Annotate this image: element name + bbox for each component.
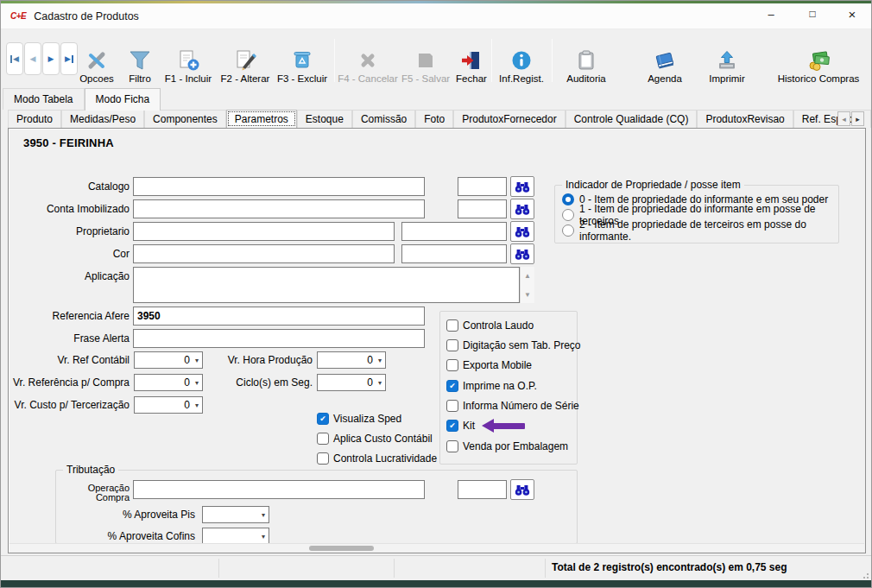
ciclos-em-seg-combo[interactable]: 0 ▾ — [317, 374, 386, 391]
inf-regist-button[interactable]: Inf.Regist. — [495, 37, 548, 84]
operacao-compra-input[interactable] — [133, 480, 425, 499]
radio-icon[interactable] — [562, 209, 574, 221]
auditoria-button[interactable]: Auditoria — [560, 37, 612, 84]
close-icon[interactable]: × — [838, 1, 866, 27]
proprietario-search-button[interactable] — [510, 221, 534, 242]
checkbox-controla-lucratividade[interactable]: Controla Lucratividade — [317, 452, 437, 465]
f1-incluir-button[interactable]: F1 - Incluir — [161, 37, 215, 84]
f2-alterar-button[interactable]: F2 - Alterar — [218, 37, 272, 84]
tab-comissao[interactable]: Comissão — [352, 110, 415, 128]
checkbox-icon[interactable] — [446, 319, 458, 332]
scroll-down-icon[interactable]: ▼ — [521, 286, 534, 303]
toolbar-separator — [552, 39, 553, 82]
operacao-compra-search-button[interactable] — [510, 479, 534, 500]
save-icon — [414, 48, 438, 73]
conta-imobilizado-search-button[interactable] — [510, 199, 534, 219]
tab-controle-qualidade[interactable]: Controle Qualidade (CQ) — [566, 110, 698, 128]
radio-icon[interactable] — [562, 224, 574, 237]
nav-previous-button[interactable]: ◀ — [24, 42, 41, 75]
aplicacao-scrollbar[interactable]: ▲ ▼ — [520, 267, 534, 303]
checkbox-checked-icon[interactable]: ✔ — [446, 380, 458, 392]
cor-code-input[interactable] — [401, 244, 507, 263]
checkbox-icon[interactable] — [446, 440, 458, 452]
vr-hora-producao-combo[interactable]: 0 ▾ — [317, 351, 386, 369]
filtro-button[interactable]: Filtro — [120, 37, 160, 84]
tab-produtoxfornecedor[interactable]: ProdutoxFornecedor — [453, 110, 565, 128]
checkbox-aplica-custo-contabil[interactable]: Aplica Custo Contábil — [317, 432, 433, 446]
tab-produtoxrevisao[interactable]: ProdutoxRevisao — [697, 110, 793, 128]
referencia-afere-input[interactable] — [133, 307, 425, 326]
agenda-button[interactable]: Agenda — [640, 37, 690, 84]
tab-parametros[interactable]: Parametros — [226, 110, 297, 128]
f3-excluir-button[interactable]: F3 - Excluir — [275, 37, 329, 84]
checkbox-informa-numero-serie[interactable]: Informa Número de Série — [446, 399, 579, 413]
proprietario-label: Proprietario — [9, 222, 130, 241]
document-edit-icon — [233, 48, 257, 73]
historico-compras-button[interactable]: Historico Compras — [768, 37, 869, 84]
proprietario-input[interactable] — [133, 222, 395, 241]
checkbox-icon[interactable] — [317, 433, 329, 445]
property-groupbox: Indicador de Propriedade / posse item 0 … — [554, 185, 839, 243]
operacao-compra-label: Operação Compra — [9, 484, 130, 503]
checkbox-icon[interactable] — [446, 400, 458, 412]
proprietario-code-input[interactable] — [401, 222, 507, 241]
maximize-icon[interactable]: □ — [799, 1, 826, 27]
conta-imobilizado-input[interactable] — [133, 199, 425, 218]
scroll-up-icon[interactable]: ▲ — [521, 267, 534, 284]
tab-scroll-left-icon[interactable]: ◂ — [837, 111, 850, 126]
tab-modo-ficha[interactable]: Modo Ficha — [85, 88, 161, 111]
operacao-compra-code-input[interactable] — [458, 480, 507, 499]
cor-search-button[interactable] — [510, 243, 534, 264]
tab-medidas-peso[interactable]: Medidas/Peso — [61, 110, 144, 128]
radio-posse-2[interactable]: 2 - Item de propriedade de terceiros em … — [562, 224, 838, 237]
opcoes-button[interactable]: Opcoes — [73, 37, 120, 84]
toolbar-separator — [491, 39, 492, 82]
conta-imobilizado-code-input[interactable] — [458, 199, 507, 218]
checkbox-icon[interactable] — [317, 452, 329, 465]
checkbox-checked-icon[interactable]: ✔ — [317, 413, 329, 425]
radio-selected-icon[interactable] — [562, 193, 574, 205]
minimize-icon[interactable]: – — [757, 1, 785, 27]
tab-componentes[interactable]: Componentes — [144, 110, 226, 128]
last-record-icon: ▶ — [65, 55, 71, 63]
catalogo-code-input[interactable] — [458, 177, 507, 196]
aplicacao-textarea[interactable] — [133, 267, 520, 303]
f5-salvar-button: F5 - Salvar — [400, 37, 452, 84]
nav-next-button[interactable]: ▶ — [42, 42, 60, 75]
status-divider — [394, 559, 395, 578]
catalogo-input[interactable] — [133, 177, 425, 196]
record-header: 3950 - FEIRINHA — [23, 136, 114, 149]
scrollbar-thumb[interactable] — [309, 546, 374, 551]
checkbox-controla-laudo[interactable]: Controla Laudo — [446, 319, 534, 332]
app-window: C+E Cadastro de Produtos – □ × ◀ ◀ ▶ ▶ O… — [0, 0, 872, 588]
imprimir-button[interactable]: Imprimir — [702, 37, 752, 84]
fechar-button[interactable]: Fechar — [453, 37, 490, 84]
checkbox-icon[interactable] — [446, 359, 458, 371]
checkbox-imprime-na-op[interactable]: ✔ Imprime na O.P. — [446, 379, 537, 393]
checkbox-kit[interactable]: ✔ Kit — [446, 419, 475, 433]
binoculars-icon — [515, 203, 530, 216]
catalogo-search-button[interactable] — [510, 176, 534, 197]
frase-alerta-input[interactable] — [133, 329, 425, 348]
checkbox-digitacao-sem-tab-preco[interactable]: Digitação sem Tab. Preço — [446, 338, 581, 352]
checkbox-visualiza-sped[interactable]: ✔ Visualiza Sped — [317, 412, 401, 426]
cor-input[interactable] — [133, 244, 395, 263]
status-divider — [218, 559, 219, 578]
tab-produto[interactable]: Produto — [8, 110, 61, 128]
checkbox-venda-por-embalagem[interactable]: Venda por Embalagem — [446, 439, 568, 453]
tab-estoque[interactable]: Estoque — [297, 110, 352, 128]
aproveita-cofins-combo[interactable]: ▾ — [202, 528, 269, 545]
tab-modo-tabela[interactable]: Modo Tabela — [3, 88, 85, 110]
binoculars-icon — [515, 180, 530, 193]
tab-scroll-right-icon[interactable]: ▸ — [851, 111, 864, 126]
checkbox-exporta-mobile[interactable]: Exporta Mobile — [446, 358, 532, 372]
checkbox-checked-icon[interactable]: ✔ — [446, 420, 458, 432]
chevron-down-icon: ▾ — [195, 401, 199, 409]
panel-horizontal-scrollbar[interactable] — [9, 543, 864, 552]
checkbox-icon[interactable] — [446, 339, 458, 351]
nav-first-button[interactable]: ◀ — [6, 42, 23, 75]
resize-grip[interactable] — [860, 570, 869, 579]
vr-custo-tercerizacao-combo[interactable]: 0 ▾ — [134, 396, 203, 414]
tab-foto[interactable]: Foto — [415, 110, 453, 128]
aproveita-pis-combo[interactable]: ▾ — [202, 506, 269, 523]
